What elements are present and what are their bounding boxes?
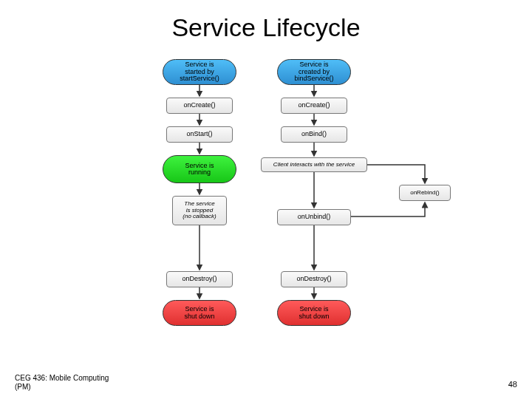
left-running-pill: Service isrunning — [163, 155, 236, 183]
left-stopped-box: The serviceis stopped(no callback) — [172, 196, 227, 225]
diagram-arrows — [0, 55, 532, 366]
right-ondestroy-box: onDestroy() — [281, 271, 347, 287]
left-onstart-box: onStart() — [166, 126, 233, 143]
right-shutdown-pill: Service isshut down — [277, 300, 351, 326]
left-ondestroy-box: onDestroy() — [166, 271, 233, 287]
right-client-box: Client interacts with the service — [261, 157, 367, 172]
left-oncreate-box: onCreate() — [166, 98, 233, 114]
footer-author: (PM) — [15, 383, 31, 391]
footer-page-number: 48 — [508, 380, 517, 389]
right-onbind-box: onBind() — [281, 126, 347, 143]
right-onunbind-box: onUnbind() — [277, 209, 351, 225]
footer-course-name: CEG 436: Mobile Computing — [15, 374, 109, 382]
slide-title: Service Lifecycle — [0, 13, 532, 42]
lifecycle-diagram: Service isstarted bystartService() onCre… — [0, 55, 532, 366]
footer-course: CEG 436: Mobile Computing (PM) — [15, 374, 109, 392]
left-shutdown-pill: Service isshut down — [163, 300, 236, 326]
right-oncreate-box: onCreate() — [281, 98, 347, 114]
right-onrebind-box: onRebind() — [399, 185, 451, 201]
left-start-pill: Service isstarted bystartService() — [163, 59, 236, 85]
right-start-pill: Service iscreated bybindService() — [277, 59, 351, 85]
